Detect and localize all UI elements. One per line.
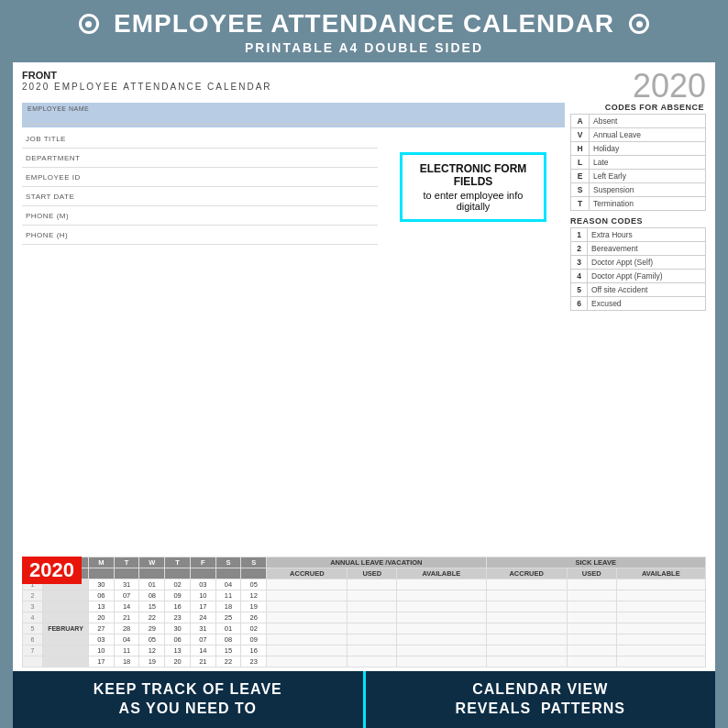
codes-table: AAbsentVAnnual LeaveHHolidayLLateELeft E… xyxy=(570,114,706,211)
calendar-section: 2020 M T W T F S S ANNUAL LEAVE /VACATIO… xyxy=(22,557,706,667)
footer-banners: KEEP TRACK OF LEAVEAS YOU NEED TO CALEND… xyxy=(13,671,715,728)
phone-m-input[interactable] xyxy=(105,209,378,222)
leave-cell[interactable] xyxy=(486,623,567,634)
day-cell: 24 xyxy=(190,612,215,623)
elec-title: ELECTRONIC FORM FIELDS xyxy=(412,162,535,188)
leave-cell[interactable] xyxy=(267,579,347,590)
start-date-label: START DATE xyxy=(22,193,105,201)
day-cell: 11 xyxy=(215,590,241,601)
code-desc: Suspension xyxy=(590,183,706,197)
leave-cell[interactable] xyxy=(397,645,486,656)
leave-cell[interactable] xyxy=(267,634,347,645)
right-circle-icon xyxy=(629,14,649,34)
day-cell: 20 xyxy=(89,612,115,623)
day-cell: 18 xyxy=(114,656,139,667)
month-label xyxy=(43,634,89,645)
leave-cell[interactable] xyxy=(397,590,486,601)
leave-cell[interactable] xyxy=(486,645,567,656)
day-cell: 27 xyxy=(89,623,115,634)
leave-cell[interactable] xyxy=(347,656,397,667)
leave-cell[interactable] xyxy=(486,634,567,645)
leave-cell[interactable] xyxy=(267,656,347,667)
reason-row: 2Bereavement xyxy=(571,242,706,256)
day-cell: 30 xyxy=(89,579,115,590)
form-area: EMPLOYEE NAME JOB TITLE DEPARTMENT xyxy=(22,103,565,555)
leave-cell[interactable] xyxy=(267,612,347,623)
start-date-input[interactable] xyxy=(105,190,378,203)
employee-id-row: EMPLOYEE ID xyxy=(22,168,378,187)
calendar-table: M T W T F S S ANNUAL LEAVE /VACATION SIC… xyxy=(22,557,706,667)
phone-h-input[interactable] xyxy=(105,228,378,241)
reason-row: 5Off site Accident xyxy=(571,283,706,297)
employee-name-value xyxy=(28,112,559,125)
leave-cell[interactable] xyxy=(567,645,616,656)
leave-cell[interactable] xyxy=(267,645,347,656)
month-label xyxy=(43,645,89,656)
leave-cell[interactable] xyxy=(267,590,347,601)
leave-cell[interactable] xyxy=(567,656,616,667)
leave-cell[interactable] xyxy=(616,656,705,667)
leave-cell[interactable] xyxy=(347,612,397,623)
phone-h-label: PHONE (H) xyxy=(22,231,105,239)
leave-cell[interactable] xyxy=(567,634,616,645)
leave-cell[interactable] xyxy=(567,590,616,601)
cal-row: 17181920212223 xyxy=(23,656,706,667)
day-cell: 03 xyxy=(190,579,215,590)
day-cell: 03 xyxy=(89,634,115,645)
reason-title: REASON CODES xyxy=(570,216,706,226)
form-rows: JOB TITLE DEPARTMENT EMPLOYEE ID ST xyxy=(22,129,378,245)
leave-cell[interactable] xyxy=(616,601,705,612)
day-cell: 02 xyxy=(241,623,267,634)
cal-row: 420212223242526 xyxy=(23,612,706,623)
day-cell: 09 xyxy=(241,634,267,645)
footer-right-text: CALENDAR VIEWREVEALS PATTERNS xyxy=(456,680,625,719)
day-cell: 06 xyxy=(165,634,191,645)
day-cell: 13 xyxy=(165,645,191,656)
leave-cell[interactable] xyxy=(397,612,486,623)
leave-cell[interactable] xyxy=(347,601,397,612)
department-input[interactable] xyxy=(105,151,378,164)
leave-cell[interactable] xyxy=(567,623,616,634)
leave-cell[interactable] xyxy=(616,579,705,590)
leave-cell[interactable] xyxy=(347,623,397,634)
leave-cell[interactable] xyxy=(616,623,705,634)
leave-cell[interactable] xyxy=(267,601,347,612)
leave-cell[interactable] xyxy=(347,645,397,656)
leave-cell[interactable] xyxy=(486,590,567,601)
leave-cell[interactable] xyxy=(486,612,567,623)
code-row: HHoliday xyxy=(571,142,706,156)
leave-cell[interactable] xyxy=(486,601,567,612)
cal-row: 5FEBRUARY27282930310102 xyxy=(23,623,706,634)
leave-cell[interactable] xyxy=(347,634,397,645)
leave-cell[interactable] xyxy=(486,579,567,590)
day-cell: 31 xyxy=(190,623,215,634)
leave-cell[interactable] xyxy=(486,656,567,667)
leave-cell[interactable] xyxy=(397,656,486,667)
employee-id-input[interactable] xyxy=(105,171,378,183)
leave-cell[interactable] xyxy=(397,623,486,634)
day-cell: 07 xyxy=(114,590,139,601)
code-desc: Late xyxy=(590,156,706,170)
doc-content: EMPLOYEE NAME JOB TITLE DEPARTMENT xyxy=(22,103,706,555)
leave-cell[interactable] xyxy=(616,612,705,623)
leave-cell[interactable] xyxy=(616,645,705,656)
leave-cell[interactable] xyxy=(616,590,705,601)
leave-cell[interactable] xyxy=(567,612,616,623)
day-cell: 12 xyxy=(139,645,165,656)
employee-name-field[interactable]: EMPLOYEE NAME xyxy=(22,103,565,127)
reason-row: 3Doctor Appt (Self) xyxy=(571,256,706,270)
leave-cell[interactable] xyxy=(397,634,486,645)
leave-cell[interactable] xyxy=(397,601,486,612)
leave-cell[interactable] xyxy=(567,579,616,590)
cal-row: 130310102030405 xyxy=(23,579,706,590)
leave-cell[interactable] xyxy=(267,623,347,634)
code-letter: T xyxy=(571,197,590,211)
leave-cell[interactable] xyxy=(567,601,616,612)
leave-cell[interactable] xyxy=(616,634,705,645)
leave-cell[interactable] xyxy=(397,579,486,590)
job-title-input[interactable] xyxy=(105,132,378,145)
month-label xyxy=(43,612,89,623)
leave-cell[interactable] xyxy=(347,579,397,590)
day-t: T xyxy=(114,557,139,568)
leave-cell[interactable] xyxy=(347,590,397,601)
